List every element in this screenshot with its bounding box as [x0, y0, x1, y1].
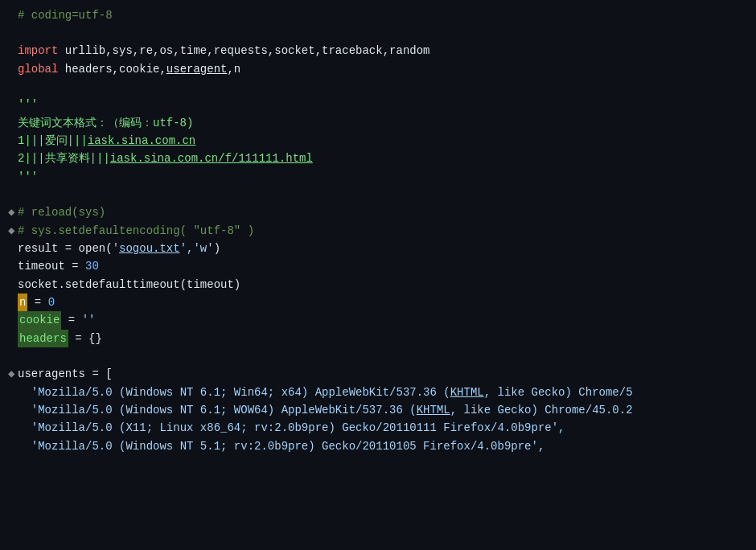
- result-var: result = open(: [18, 240, 113, 257]
- chinese-line-3-prefix: 2|||共享资料|||: [18, 150, 110, 167]
- triple-quote-open: ''': [18, 96, 38, 113]
- headers-assign: = {}: [68, 330, 102, 347]
- chinese-line-1: 关键词文本格式：（编码：utf-8): [18, 114, 193, 132]
- cookie-value: '': [82, 311, 96, 329]
- line-1-content: # coding=utf-8: [18, 6, 113, 24]
- code-editor: # coding=utf-8 import urllib,sys,re,os,t…: [0, 0, 756, 550]
- code-line-headers: headers = {}: [0, 330, 756, 347]
- code-line-sockettimeout: socket.setdefaulttimeout(timeout): [0, 276, 756, 293]
- code-line-triple-quote-2: ''': [0, 168, 756, 186]
- code-line-chinese-1: 关键词文本格式：（编码：utf-8): [0, 114, 756, 132]
- code-line-chinese-2: 1|||爱问|||iask.sina.com.cn: [0, 132, 756, 150]
- global-keyword: global: [18, 60, 65, 78]
- timeout-var: timeout =: [18, 257, 85, 275]
- code-line-import: import urllib,sys,re,os,time,requests,so…: [0, 42, 756, 60]
- ua4-value: 'Mozilla/5.0 (Windows NT 5.1; rv:2.0b9pr…: [18, 437, 544, 455]
- code-line-blank-3: [0, 186, 756, 203]
- code-line-timeout: timeout = 30: [0, 257, 756, 275]
- useragents-var: useragents = [: [18, 365, 113, 383]
- code-line-global: global headers,cookie,useragent,n: [0, 60, 756, 78]
- code-line-ua4: 'Mozilla/5.0 (Windows NT 5.1; rv:2.0b9pr…: [0, 437, 756, 455]
- code-line-cookie: cookie = '': [0, 311, 756, 329]
- cookie-assign: =: [61, 311, 81, 329]
- gutter-setdefault: ◆: [8, 222, 14, 240]
- code-line-reload: ◆ # reload(sys): [0, 203, 756, 221]
- result-filename: ': [113, 240, 119, 257]
- code-line-ua2: 'Mozilla/5.0 (Windows NT 6.1; WOW64) App…: [0, 401, 756, 419]
- chinese-line-3-url: iask.sina.com.cn/f/111111.html: [110, 150, 313, 167]
- code-line-ua3: 'Mozilla/5.0 (X11; Linux x86_64; rv:2.0b…: [0, 419, 756, 437]
- chinese-line-2-prefix: 1|||爱问|||: [18, 132, 88, 150]
- code-line-blank-4: [0, 347, 756, 365]
- global-useragent: useragent: [166, 60, 228, 78]
- gutter-useragents: ◆: [8, 365, 14, 383]
- code-line-ua1: 'Mozilla/5.0 (Windows NT 6.1; Win64; x64…: [0, 384, 756, 401]
- n-var-highlighted: n: [18, 293, 27, 311]
- n-assign: =: [27, 293, 47, 311]
- code-line-triple-quote-1: ''': [0, 96, 756, 113]
- global-vars: headers,cookie,: [65, 60, 166, 78]
- ua1-rest: , like Gecko) Chrome/5: [484, 384, 633, 401]
- result-filename-underline: sogou.txt: [119, 240, 180, 257]
- result-mode-pre: ','w': [180, 240, 214, 257]
- import-keyword: import: [18, 42, 65, 60]
- code-line-chinese-3: 2|||共享资料|||iask.sina.com.cn/f/111111.htm…: [0, 150, 756, 167]
- chinese-line-2-url: iask.sina.com.cn: [88, 132, 195, 150]
- code-line-blank-1: [0, 24, 756, 42]
- socket-call: socket.setdefaulttimeout(timeout): [18, 276, 240, 293]
- global-n: ,n: [227, 60, 240, 78]
- ua2-rest: , like Gecko) Chrome/45.0.2: [450, 401, 633, 419]
- code-line-1: # coding=utf-8: [0, 6, 756, 24]
- import-modules: urllib,sys,re,os,time,requests,socket,tr…: [65, 42, 430, 60]
- code-line-result: result = open('sogou.txt','w'): [0, 240, 756, 257]
- code-line-useragents: ◆ useragents = [: [0, 365, 756, 383]
- ua2-value: 'Mozilla/5.0 (Windows NT 6.1; WOW64) App…: [18, 401, 417, 419]
- ua1-value: 'Mozilla/5.0 (Windows NT 6.1; Win64; x64…: [18, 384, 450, 401]
- cookie-var-highlighted: cookie: [18, 311, 61, 329]
- triple-quote-close: ''': [18, 168, 38, 186]
- reload-comment: # reload(sys): [18, 203, 105, 221]
- n-value: 0: [48, 293, 55, 311]
- gutter-reload: ◆: [8, 203, 14, 221]
- code-line-n: n = 0: [0, 293, 756, 311]
- setdefault-comment: # sys.setdefaultencoding( "utf-8" ): [18, 222, 254, 240]
- code-line-setdefault: ◆ # sys.setdefaultencoding( "utf-8" ): [0, 222, 756, 240]
- headers-var-highlighted: headers: [18, 330, 68, 347]
- ua1-khtml: KHTML: [450, 384, 484, 401]
- result-paren: ): [214, 240, 220, 257]
- ua2-khtml: KHTML: [417, 401, 450, 419]
- code-line-blank-2: [0, 78, 756, 96]
- timeout-value: 30: [85, 257, 99, 275]
- ua3-value: 'Mozilla/5.0 (X11; Linux x86_64; rv:2.0b…: [18, 419, 565, 437]
